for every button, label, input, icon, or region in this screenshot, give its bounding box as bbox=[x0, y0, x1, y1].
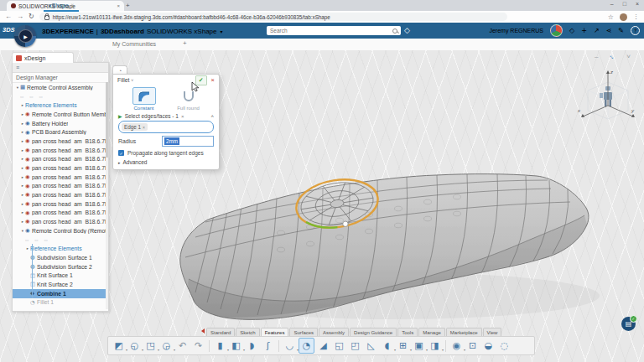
bookmark-star-icon[interactable]: ☆ bbox=[608, 13, 614, 21]
revolve-tool-button[interactable]: ◵▾ bbox=[127, 339, 142, 353]
fillet-dialog-header[interactable]: Fillet ˅ ✓ × bbox=[113, 75, 219, 85]
tab-my-communities[interactable]: My Communities bbox=[107, 39, 161, 49]
advanced-toggle[interactable]: ▸ Advanced bbox=[118, 159, 214, 165]
render-tool-button[interactable]: ⊡ bbox=[465, 339, 480, 353]
close-icon[interactable]: × bbox=[636, 1, 639, 7]
tree-item[interactable]: ◫Knit Surface 1 bbox=[13, 271, 108, 280]
ribbon-tab-surfaces[interactable]: Surfaces bbox=[289, 328, 318, 336]
tree-item[interactable]: ◫Knit Surface 2 bbox=[13, 280, 108, 289]
option-constant[interactable]: Constant bbox=[132, 87, 156, 111]
draft-tool-button[interactable]: ◰ bbox=[348, 339, 362, 353]
add-tab-button[interactable]: + bbox=[183, 39, 187, 47]
widget-expand-icon[interactable]: ↔ bbox=[607, 51, 617, 61]
chip-remove-icon[interactable]: × bbox=[143, 125, 145, 130]
wireframe-tool-button[interactable]: ◌ bbox=[497, 339, 512, 353]
tree-item[interactable]: ◔Fillet 1 bbox=[13, 298, 108, 308]
tree-item[interactable]: ◆Combine 1 bbox=[13, 289, 108, 298]
shell-tool-button[interactable]: ◱ bbox=[332, 339, 346, 353]
tree-item[interactable]: ▸◉pan cross head_am_B18.6.7M - bbox=[13, 163, 108, 173]
search-box[interactable] bbox=[267, 26, 401, 35]
user-name[interactable]: Jeremy REGNERUS bbox=[489, 28, 543, 34]
tree-item[interactable]: ▸◉pan cross head_am_B18.6.7M - bbox=[13, 155, 108, 164]
tree-item[interactable]: ▸◉pan cross head_am_B18.6.7M - bbox=[13, 217, 108, 226]
ribbon-tab-tools[interactable]: Tools bbox=[397, 328, 418, 336]
tree-item[interactable]: ▸Reference Elements bbox=[13, 244, 108, 253]
snapshot-tool-button[interactable]: ◉▾ bbox=[449, 339, 464, 353]
cancel-button[interactable]: × bbox=[211, 76, 215, 84]
split-tool-button[interactable]: ◨▾ bbox=[428, 339, 442, 353]
boundary-tool-button[interactable]: ◶▾ bbox=[159, 339, 174, 353]
ribbon-tab-sketch[interactable]: Sketch bbox=[236, 328, 259, 336]
remote-control-model[interactable] bbox=[155, 153, 608, 325]
widget-minimize-icon[interactable]: – bbox=[595, 53, 598, 60]
boolean-tool-button[interactable]: ▣▾ bbox=[412, 339, 426, 353]
propagate-checkbox[interactable]: ✓ bbox=[118, 150, 124, 156]
sweep-tool-button[interactable]: ◳▾ bbox=[143, 339, 158, 353]
pocket-tool-button[interactable]: ◧▾ bbox=[229, 339, 243, 353]
bookmark-icon[interactable]: ◇ bbox=[569, 28, 574, 34]
tree-item[interactable]: ▸◉pan cross head_am_B18.6.7M - bbox=[13, 137, 108, 146]
browser-profile-avatar[interactable] bbox=[620, 13, 627, 21]
tabs-collapse-marker[interactable] bbox=[201, 328, 205, 334]
collapse-icon[interactable]: ˄ bbox=[210, 114, 214, 119]
ribbon-tab-features[interactable]: Features bbox=[261, 328, 289, 336]
tree-item[interactable]: ▸◉pan cross head_am_B18.6.7M - bbox=[13, 209, 108, 218]
clear-selection-icon[interactable]: × bbox=[181, 114, 184, 119]
forward-icon[interactable]: → bbox=[17, 13, 23, 20]
extrude-tool-button[interactable]: ▮▾ bbox=[213, 339, 227, 353]
search-input[interactable] bbox=[270, 28, 392, 34]
fillet-tool-button[interactable]: ◔ bbox=[299, 338, 314, 354]
tree-item[interactable]: ▸◉Remote Control Button Membra... bbox=[13, 110, 108, 119]
edit-icon[interactable]: ✎ bbox=[618, 28, 624, 34]
dropdown-arrow-icon[interactable]: ▾ bbox=[442, 349, 444, 352]
tree-item[interactable]: ▸◉PCB Board Assembly bbox=[13, 127, 108, 137]
axis-triad[interactable]: z x y bbox=[576, 62, 639, 129]
reload-icon[interactable]: ↻ bbox=[29, 13, 34, 20]
widget-more-icon[interactable]: ˅ bbox=[626, 53, 631, 60]
edge-chip[interactable]: Edge 1 × bbox=[122, 123, 148, 131]
chamfer-tool-button[interactable]: ◢ bbox=[316, 339, 330, 353]
chevron-down-icon[interactable]: ▾ bbox=[220, 28, 222, 34]
add-icon[interactable]: + bbox=[581, 28, 587, 34]
section-tool-button[interactable]: ◒ bbox=[481, 339, 496, 353]
tree-view-icon[interactable]: ≡ bbox=[16, 65, 19, 70]
tree-item[interactable]: ▸◉pan cross head_am_B18.6.7M - bbox=[13, 199, 108, 209]
tab-close-icon[interactable]: × bbox=[117, 3, 120, 8]
redo-button[interactable]: ↷ bbox=[191, 339, 205, 353]
tree-item[interactable]: ▾◉Remote Control Body (Remote... bbox=[13, 226, 108, 235]
thicken-tool-button[interactable]: ◡▾ bbox=[283, 339, 297, 353]
user-avatar[interactable] bbox=[550, 24, 563, 37]
undo-button[interactable]: ↶ bbox=[175, 339, 190, 353]
rib-tool-button[interactable]: ◗ bbox=[245, 339, 259, 353]
ribbon-tab-standard[interactable]: Standard bbox=[206, 328, 235, 336]
tree-item[interactable]: ▾▦Remote Control Assembly bbox=[13, 83, 108, 92]
tree-item[interactable]: ▸◉Battery Holder bbox=[13, 119, 108, 128]
address-bar[interactable]: https://euw1-21swi10131-ifwe.3dx-staging… bbox=[39, 13, 507, 21]
share-icon[interactable]: ⋖ bbox=[606, 28, 612, 34]
radius-input[interactable]: 2mm bbox=[162, 136, 214, 147]
tree-item[interactable]: ▸◉pan cross head_am_B18.6.7M - bbox=[13, 173, 108, 182]
ribbon-tab-design-guidance[interactable]: Design Guidance bbox=[350, 328, 397, 336]
tree-item[interactable]: ▸◉pan cross head_am_B18.6.7M - bbox=[13, 182, 108, 191]
sync-status-badge[interactable]: ▤ ✓ bbox=[621, 317, 636, 331]
sweep-curve-tool-button[interactable]: ʃ bbox=[261, 339, 275, 353]
help-icon[interactable]: ? bbox=[631, 26, 640, 35]
back-icon[interactable]: ← bbox=[5, 13, 12, 20]
tree-item[interactable]: ▸◉pan cross head_am_B18.6.7M - bbox=[13, 190, 108, 199]
ribbon-tab-manage[interactable]: Manage bbox=[418, 328, 445, 336]
panel-scrollbar[interactable] bbox=[106, 82, 108, 309]
tab-xshape[interactable]: xShape ˅ bbox=[44, 0, 79, 12]
new-tab-button[interactable]: + bbox=[126, 2, 130, 9]
tree-item[interactable]: ▸Reference Elements bbox=[13, 101, 108, 110]
tree-item[interactable]: ◍Subdivision Surface 1 bbox=[13, 253, 108, 262]
compass-icon[interactable]: ▶ bbox=[14, 25, 36, 47]
wedge-tool-button[interactable]: ◺ bbox=[364, 339, 378, 353]
pattern-tool-button[interactable]: ⊞▾ bbox=[396, 339, 410, 353]
mirror-tool-button[interactable]: ◖▾ bbox=[380, 339, 394, 353]
edge-selection-field[interactable]: Edge 1 × bbox=[118, 121, 214, 133]
tag-icon[interactable]: ◇ bbox=[404, 26, 410, 34]
tab-xdesign[interactable]: xDesign bbox=[12, 52, 74, 63]
minimize-icon[interactable]: – bbox=[610, 1, 614, 7]
ribbon-tab-view[interactable]: View bbox=[483, 328, 502, 336]
ribbon-tab-marketplace[interactable]: Marketplace bbox=[446, 328, 482, 336]
